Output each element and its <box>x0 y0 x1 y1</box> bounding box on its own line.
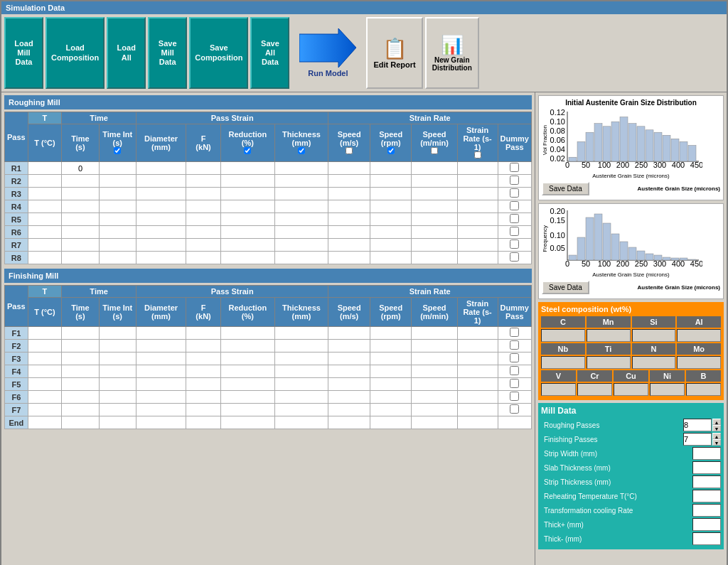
speed-ms-check-r[interactable] <box>346 147 353 154</box>
roughing-passes-down[interactable]: ▼ <box>712 425 721 431</box>
R2-strain_rate-input[interactable] <box>460 177 496 185</box>
R5-dummy-check[interactable] <box>510 214 519 223</box>
F1-col8-input[interactable] <box>373 329 410 338</box>
R2-dummy-check[interactable] <box>510 176 519 185</box>
R5-force-input[interactable] <box>188 215 218 224</box>
F6-col4-input[interactable] <box>188 393 218 402</box>
R3-speed_ms-input[interactable] <box>331 190 368 198</box>
End-col8-input[interactable] <box>373 419 410 427</box>
R6-reduction-input[interactable] <box>223 228 272 237</box>
input-Al[interactable] <box>677 329 721 342</box>
R5-diameter-input[interactable] <box>139 215 183 224</box>
F2-col5-input[interactable] <box>223 342 272 350</box>
F7-col3-input[interactable] <box>139 406 183 414</box>
R6-temp-input[interactable] <box>31 228 60 237</box>
F7-col2-input[interactable] <box>102 406 134 414</box>
R7-diameter-input[interactable] <box>139 241 183 249</box>
speed-rpm-check-r[interactable] <box>387 147 395 154</box>
R7-strain_rate-input[interactable] <box>460 241 496 249</box>
finishing-passes-up[interactable]: ▲ <box>712 433 721 439</box>
R2-temp-input[interactable] <box>31 177 60 185</box>
End-col9-input[interactable] <box>414 419 454 427</box>
R3-speed_rpm-input[interactable] <box>373 190 410 198</box>
R4-time-input[interactable] <box>64 203 96 211</box>
R2-time_int-input[interactable] <box>102 177 134 185</box>
run-model-button[interactable]: Run Model <box>299 28 356 77</box>
R5-reduction-input[interactable] <box>223 215 272 224</box>
R6-dummy-check[interactable] <box>510 227 519 236</box>
F6-col9-input[interactable] <box>414 393 454 402</box>
R3-speed_mmin-input[interactable] <box>414 190 454 198</box>
roughing-passes-up[interactable]: ▲ <box>712 419 721 425</box>
R6-strain_rate-input[interactable] <box>460 228 496 237</box>
F3-col7-input[interactable] <box>331 355 368 363</box>
R3-diameter-input[interactable] <box>139 190 183 198</box>
speed-mmin-check-r[interactable] <box>431 147 438 154</box>
R3-temp-input[interactable] <box>31 190 60 198</box>
R1-speed_rpm-input[interactable] <box>373 164 410 173</box>
R5-speed_rpm-input[interactable] <box>373 215 410 224</box>
R1-strain_rate-input[interactable] <box>460 164 496 173</box>
End-col1-input[interactable] <box>64 419 96 427</box>
F5-col3-input[interactable] <box>139 380 183 389</box>
new-grain-button[interactable]: 📊 New Grain Distribution <box>425 17 479 89</box>
R8-time-input[interactable] <box>64 254 96 262</box>
F5-col5-input[interactable] <box>223 380 272 389</box>
edit-report-button[interactable]: 📋 Edit Report <box>366 17 422 89</box>
F3-col9-input[interactable] <box>414 355 454 363</box>
F1-col10-input[interactable] <box>460 329 496 338</box>
R4-thickness-input[interactable] <box>277 203 326 211</box>
R2-speed_rpm-input[interactable] <box>373 177 410 185</box>
F1-col5-input[interactable] <box>223 329 272 338</box>
F5-col8-input[interactable] <box>373 380 410 389</box>
F4-col0-input[interactable] <box>31 367 60 376</box>
finishing-passes-input[interactable] <box>683 433 712 446</box>
save-data-1-button[interactable]: Save Data <box>542 182 589 195</box>
End-col7-input[interactable] <box>331 419 368 427</box>
R4-speed_ms-input[interactable] <box>331 203 368 211</box>
F6-col1-input[interactable] <box>64 393 96 402</box>
F7-col8-input[interactable] <box>373 406 410 414</box>
R6-diameter-input[interactable] <box>139 228 183 237</box>
F5-dummy-check[interactable] <box>510 379 519 388</box>
R3-reduction-input[interactable] <box>223 190 272 198</box>
F3-col4-input[interactable] <box>188 355 218 363</box>
input-Cr[interactable] <box>577 383 612 396</box>
R6-time-input[interactable] <box>64 228 96 237</box>
load-mill-data-button[interactable]: Load Mill Data <box>4 17 43 89</box>
End-col2-input[interactable] <box>102 419 134 427</box>
F4-col4-input[interactable] <box>188 367 218 376</box>
R1-diameter-input[interactable] <box>139 164 183 173</box>
R7-reduction-input[interactable] <box>223 241 272 249</box>
input-Cu[interactable] <box>614 383 648 396</box>
End-col6-input[interactable] <box>277 419 326 427</box>
R6-thickness-input[interactable] <box>277 228 326 237</box>
R4-dummy-check[interactable] <box>510 201 519 210</box>
F4-col9-input[interactable] <box>414 367 454 376</box>
F5-col2-input[interactable] <box>102 380 134 389</box>
thickness-check-r[interactable] <box>298 147 305 154</box>
F7-col9-input[interactable] <box>414 406 454 414</box>
F6-col7-input[interactable] <box>331 393 368 402</box>
save-composition-button[interactable]: Save Composition <box>189 17 248 89</box>
R5-strain_rate-input[interactable] <box>460 215 496 224</box>
R4-speed_rpm-input[interactable] <box>373 203 410 211</box>
input-Mn[interactable] <box>587 329 631 342</box>
R1-thickness-input[interactable] <box>277 164 326 173</box>
R3-thickness-input[interactable] <box>277 190 326 198</box>
R2-speed_ms-input[interactable] <box>331 177 368 185</box>
F2-col2-input[interactable] <box>102 342 134 350</box>
F1-col9-input[interactable] <box>414 329 454 338</box>
R8-force-input[interactable] <box>188 254 218 262</box>
F4-col7-input[interactable] <box>331 367 368 376</box>
F6-dummy-check[interactable] <box>510 392 519 401</box>
input-N[interactable] <box>632 356 676 369</box>
R8-diameter-input[interactable] <box>139 254 183 262</box>
R2-reduction-input[interactable] <box>223 177 272 185</box>
F2-col6-input[interactable] <box>277 342 326 350</box>
R7-time_int-input[interactable] <box>102 241 134 249</box>
R5-speed_ms-input[interactable] <box>331 215 368 224</box>
R4-reduction-input[interactable] <box>223 203 272 211</box>
input-V[interactable] <box>541 383 576 396</box>
save-mill-data-button[interactable]: Save Mill Data <box>148 17 187 89</box>
